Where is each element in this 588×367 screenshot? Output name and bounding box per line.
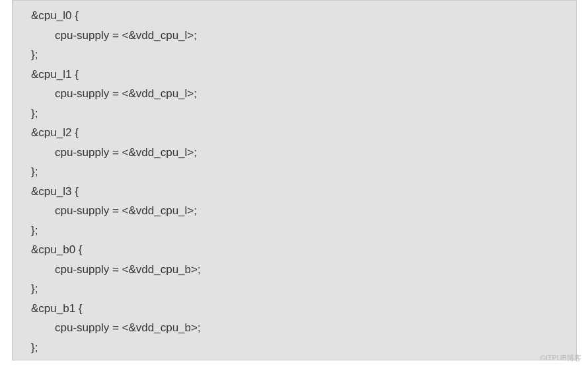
code-line: }; xyxy=(13,221,576,241)
code-line: cpu-supply = <&vdd_cpu_l>; xyxy=(13,201,576,221)
code-line: cpu-supply = <&vdd_cpu_l>; xyxy=(13,143,576,163)
code-line: }; xyxy=(13,162,576,182)
code-line: cpu-supply = <&vdd_cpu_b>; xyxy=(13,260,576,280)
code-line: cpu-supply = <&vdd_cpu_l>; xyxy=(13,26,576,46)
watermark-text: ©ITPUB博客 xyxy=(540,353,582,363)
code-block: &cpu_l0 { cpu-supply = <&vdd_cpu_l>; }; … xyxy=(12,0,577,360)
code-line: }; xyxy=(13,279,576,299)
code-line: &cpu_l2 { xyxy=(13,123,576,143)
code-line: }; xyxy=(13,45,576,65)
code-line: }; xyxy=(13,338,576,358)
code-line: &cpu_l0 { xyxy=(13,6,576,26)
code-line: &cpu_l3 { xyxy=(13,182,576,202)
code-line: &cpu_b0 { xyxy=(13,240,576,260)
code-line: cpu-supply = <&vdd_cpu_l>; xyxy=(13,84,576,104)
code-line: &cpu_l1 { xyxy=(13,65,576,85)
code-line: cpu-supply = <&vdd_cpu_b>; xyxy=(13,318,576,338)
code-line: }; xyxy=(13,104,576,124)
code-line: &cpu_b1 { xyxy=(13,299,576,319)
